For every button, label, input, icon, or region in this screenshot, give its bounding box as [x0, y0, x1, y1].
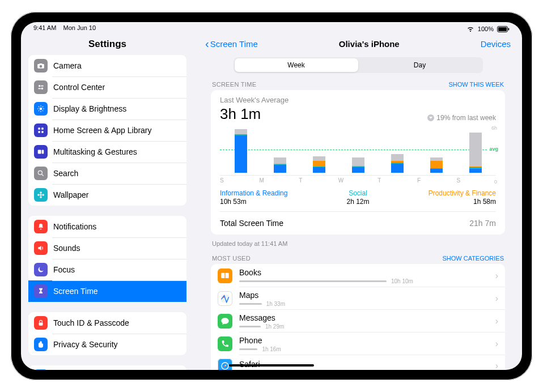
svg-point-26: [40, 196, 42, 198]
svg-point-28: [42, 194, 44, 196]
chevron-left-icon: ‹: [205, 38, 209, 49]
most-used-row-maps[interactable]: Maps1h 33m›: [211, 287, 505, 309]
sun-icon: [34, 102, 48, 116]
chart-bar-day[interactable]: [260, 126, 299, 173]
most-used-row-messages[interactable]: Messages1h 29m›: [211, 309, 505, 332]
appstore-icon: [34, 369, 48, 370]
svg-line-14: [39, 110, 39, 111]
sidebar-item-label: Wallpaper: [53, 190, 89, 199]
segment-day[interactable]: Day: [358, 58, 482, 72]
segment-week[interactable]: Week: [235, 58, 358, 72]
svg-point-22: [38, 171, 42, 174]
total-value: 21h 7m: [469, 219, 496, 228]
camera-icon: [34, 59, 48, 73]
status-date: Mon Jun 10: [63, 24, 96, 31]
sidebar-item-notifications[interactable]: Notifications: [28, 216, 186, 237]
main-panel: ‹ Screen Time Olivia's iPhone Devices We…: [194, 33, 522, 370]
svg-line-15: [43, 106, 43, 107]
sidebar-item-label: Multitasking & Gestures: [53, 147, 137, 156]
avg-value: 3h 1m: [220, 105, 261, 123]
maps-icon: [218, 291, 232, 306]
sidebar-item-search[interactable]: Search: [28, 163, 186, 184]
svg-rect-20: [38, 150, 41, 154]
lock-icon: [34, 316, 48, 330]
most-used-row-phone[interactable]: Phone1h 16m›: [211, 332, 505, 355]
hourglass-icon: [34, 284, 48, 298]
chart-x-label: T: [299, 177, 338, 184]
mostused-section-label: MOST USED: [212, 255, 251, 262]
svg-line-13: [43, 110, 43, 111]
sidebar-item-label: Notifications: [53, 222, 96, 231]
most-used-row-safari[interactable]: Safari›: [211, 355, 505, 370]
app-name: Books: [239, 268, 491, 277]
sidebar-item-app-store[interactable]: App Store: [28, 365, 186, 370]
back-label: Screen Time: [210, 39, 258, 49]
grid-icon: [34, 123, 48, 137]
book-icon: [218, 269, 232, 283]
sidebar-item-label: Display & Brightness: [53, 104, 126, 113]
svg-point-27: [37, 194, 40, 196]
svg-rect-6: [38, 88, 41, 89]
segmented-week-day[interactable]: Week Day: [234, 57, 483, 73]
app-time: 1h 29m: [265, 323, 284, 330]
sidebar-item-label: Privacy & Security: [53, 340, 118, 349]
svg-point-3: [39, 85, 41, 87]
show-categories-link[interactable]: SHOW CATEGORIES: [442, 255, 504, 262]
screentime-chart: 6h 0 avg SMTWTFS: [220, 126, 496, 184]
app-time: 1h 16m: [262, 346, 281, 352]
show-this-week-link[interactable]: SHOW THIS WEEK: [448, 81, 504, 88]
app-name: Messages: [239, 313, 491, 322]
svg-rect-21: [42, 150, 44, 154]
devices-button[interactable]: Devices: [481, 39, 511, 49]
screentime-section-label: SCREEN TIME: [212, 81, 256, 88]
sidebar-item-label: Sounds: [53, 244, 80, 253]
chart-bar-day[interactable]: [456, 126, 495, 173]
moon-icon: [34, 263, 48, 276]
chart-x-label: W: [338, 177, 378, 184]
sidebar-item-control-center[interactable]: Control Center: [28, 76, 186, 98]
sidebar-item-focus[interactable]: Focus: [28, 259, 186, 280]
chart-x-label: S: [220, 177, 260, 184]
back-button[interactable]: ‹ Screen Time: [205, 39, 258, 49]
chart-bar-day[interactable]: [299, 126, 338, 173]
chart-bar-day[interactable]: [221, 126, 260, 173]
sidebar-item-label: Touch ID & Passcode: [53, 318, 129, 327]
sidebar-item-label: Search: [53, 169, 78, 178]
sidebar-list[interactable]: CameraControl CenterDisplay & Brightness…: [21, 54, 194, 370]
chevron-right-icon: ›: [495, 316, 498, 326]
screen: 9:41 AM Mon Jun 10 100% Settings CameraC…: [21, 22, 522, 370]
most-used-row-books[interactable]: Books10h 10m›: [211, 264, 505, 287]
status-time: 9:41 AM: [33, 24, 56, 31]
sidebar-item-sounds[interactable]: Sounds: [28, 237, 186, 259]
total-label: Total Screen Time: [220, 219, 283, 228]
chart-bar-day[interactable]: [377, 126, 417, 173]
home-indicator[interactable]: [229, 364, 314, 367]
chevron-right-icon: ›: [495, 293, 498, 304]
sidebar-item-multitasking-gestures[interactable]: Multitasking & Gestures: [28, 141, 186, 163]
sidebar-item-privacy-security[interactable]: Privacy & Security: [28, 334, 186, 355]
chart-x-label: F: [417, 177, 457, 184]
sidebar-item-screen-time[interactable]: Screen Time: [28, 280, 186, 302]
sidebar-item-touch-id-passcode[interactable]: Touch ID & Passcode: [28, 312, 186, 334]
usage-bar: [239, 280, 387, 282]
chevron-right-icon: ›: [495, 361, 498, 370]
usage-bar: [239, 303, 262, 305]
svg-rect-1: [498, 27, 507, 31]
svg-point-24: [40, 194, 42, 196]
sidebar-item-home-screen-app-library[interactable]: Home Screen & App Library: [28, 120, 186, 141]
nav-title: Olivia's iPhone: [339, 39, 400, 49]
flower-icon: [34, 188, 48, 202]
down-arrow-icon: [427, 114, 434, 121]
sidebar-item-label: Control Center: [53, 83, 105, 92]
chart-x-label: S: [456, 177, 496, 184]
sidebar-item-wallpaper[interactable]: Wallpaper: [28, 184, 186, 206]
sidebar-item-display-brightness[interactable]: Display & Brightness: [28, 98, 186, 120]
svg-rect-4: [41, 86, 44, 87]
sidebar-item-camera[interactable]: Camera: [28, 55, 186, 76]
chart-bar-day[interactable]: [417, 126, 456, 173]
svg-line-23: [42, 174, 44, 176]
search-icon: [34, 167, 48, 180]
nav-bar: ‹ Screen Time Olivia's iPhone Devices: [194, 33, 522, 55]
ipad-frame: 9:41 AM Mon Jun 10 100% Settings CameraC…: [11, 12, 532, 380]
chart-bar-day[interactable]: [338, 126, 377, 173]
